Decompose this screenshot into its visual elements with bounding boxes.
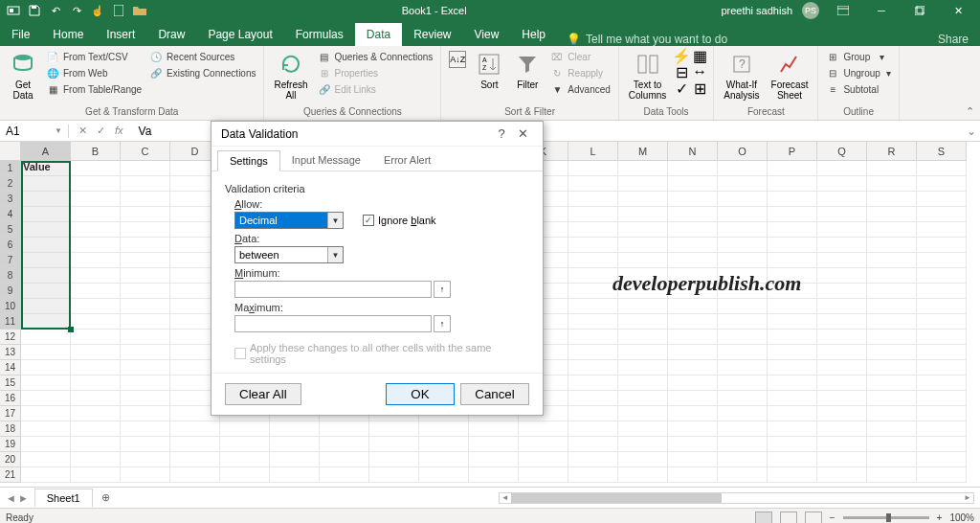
cell[interactable] bbox=[668, 421, 718, 437]
from-text-csv-button[interactable]: 📄From Text/CSV bbox=[44, 49, 144, 64]
cell[interactable] bbox=[867, 222, 917, 238]
cell[interactable] bbox=[121, 207, 170, 222]
cell[interactable] bbox=[568, 345, 618, 360]
cell[interactable] bbox=[618, 452, 668, 467]
cell[interactable] bbox=[817, 192, 867, 207]
cell[interactable] bbox=[867, 345, 917, 360]
cell[interactable] bbox=[121, 330, 170, 345]
cell[interactable] bbox=[817, 253, 867, 268]
cell[interactable] bbox=[768, 391, 817, 406]
cell[interactable] bbox=[618, 207, 668, 222]
relationships-icon[interactable]: ↔ bbox=[692, 65, 707, 79]
filter-button[interactable]: Filter bbox=[510, 49, 545, 97]
close-icon[interactable]: ✕ bbox=[944, 0, 972, 21]
column-header[interactable]: C bbox=[121, 142, 170, 161]
cell[interactable] bbox=[121, 437, 170, 452]
row-header[interactable]: 3 bbox=[0, 192, 21, 207]
cell[interactable] bbox=[121, 176, 170, 192]
cell[interactable] bbox=[668, 299, 718, 314]
cell[interactable] bbox=[768, 452, 817, 467]
column-header[interactable]: B bbox=[71, 142, 121, 161]
cell[interactable] bbox=[867, 375, 917, 391]
cell[interactable] bbox=[568, 391, 618, 406]
maximum-input[interactable] bbox=[234, 315, 432, 332]
cell[interactable] bbox=[71, 360, 121, 375]
cell[interactable] bbox=[917, 176, 967, 192]
cell[interactable] bbox=[867, 391, 917, 406]
cell[interactable] bbox=[718, 238, 768, 253]
column-header[interactable]: N bbox=[668, 142, 718, 161]
cell[interactable] bbox=[568, 467, 618, 483]
cell[interactable] bbox=[121, 192, 170, 207]
cell[interactable] bbox=[568, 253, 618, 268]
cell[interactable] bbox=[568, 222, 618, 238]
horizontal-scrollbar[interactable]: ◄ ► bbox=[499, 492, 974, 504]
cell[interactable] bbox=[917, 330, 967, 345]
cell[interactable] bbox=[668, 238, 718, 253]
cell[interactable] bbox=[867, 452, 917, 467]
cell[interactable] bbox=[668, 207, 718, 222]
cell[interactable] bbox=[817, 299, 867, 314]
scrollbar-thumb[interactable] bbox=[511, 493, 722, 503]
cell[interactable] bbox=[21, 467, 71, 483]
cell[interactable] bbox=[718, 192, 768, 207]
name-box[interactable]: A1 ▼ bbox=[0, 125, 69, 138]
cell[interactable] bbox=[618, 391, 668, 406]
cell[interactable] bbox=[568, 421, 618, 437]
cell[interactable] bbox=[768, 437, 817, 452]
column-header[interactable]: O bbox=[718, 142, 768, 161]
row-header[interactable]: 13 bbox=[0, 345, 21, 360]
cell[interactable] bbox=[817, 238, 867, 253]
cell[interactable] bbox=[867, 437, 917, 452]
cell[interactable] bbox=[21, 314, 71, 330]
group-button[interactable]: ⊞Group▾ bbox=[824, 49, 892, 64]
cell[interactable] bbox=[121, 467, 170, 483]
recent-sources-button[interactable]: 🕓Recent Sources bbox=[147, 49, 257, 64]
column-header[interactable]: Q bbox=[817, 142, 867, 161]
column-header[interactable]: S bbox=[917, 142, 967, 161]
cell[interactable] bbox=[121, 222, 170, 238]
minimum-input[interactable] bbox=[234, 281, 432, 298]
cell[interactable] bbox=[71, 467, 121, 483]
cell[interactable] bbox=[21, 375, 71, 391]
cell[interactable] bbox=[718, 406, 768, 421]
from-web-button[interactable]: 🌐From Web bbox=[44, 65, 144, 80]
tab-review[interactable]: Review bbox=[402, 23, 462, 46]
dialog-tab-settings[interactable]: Settings bbox=[217, 150, 280, 171]
cell[interactable] bbox=[71, 391, 121, 406]
data-model-icon[interactable]: ⊞ bbox=[692, 81, 707, 95]
cell[interactable] bbox=[867, 406, 917, 421]
cell[interactable] bbox=[718, 437, 768, 452]
dialog-tab-input-message[interactable]: Input Message bbox=[280, 150, 372, 171]
cell[interactable] bbox=[21, 268, 71, 284]
maximize-icon[interactable] bbox=[905, 0, 934, 21]
cell[interactable] bbox=[170, 452, 220, 467]
cell[interactable] bbox=[469, 467, 519, 483]
collapse-ribbon-icon[interactable]: ⌃ bbox=[966, 105, 974, 118]
touch-mode-icon[interactable]: ☝ bbox=[90, 3, 105, 18]
cell[interactable] bbox=[867, 238, 917, 253]
cancel-button[interactable]: Cancel bbox=[460, 383, 529, 405]
cell[interactable] bbox=[718, 421, 768, 437]
cell[interactable] bbox=[121, 406, 170, 421]
cell[interactable] bbox=[21, 299, 71, 314]
cell[interactable] bbox=[21, 437, 71, 452]
cell[interactable] bbox=[817, 421, 867, 437]
cell[interactable]: Value bbox=[21, 161, 71, 176]
redo-icon[interactable]: ↷ bbox=[69, 3, 84, 18]
cell[interactable] bbox=[718, 207, 768, 222]
cell[interactable] bbox=[21, 284, 71, 299]
cell[interactable] bbox=[817, 268, 867, 284]
cell[interactable] bbox=[568, 176, 618, 192]
cell[interactable] bbox=[419, 452, 469, 467]
row-header[interactable]: 19 bbox=[0, 437, 21, 452]
cell[interactable] bbox=[817, 345, 867, 360]
cell[interactable] bbox=[668, 467, 718, 483]
fill-handle[interactable] bbox=[68, 327, 74, 332]
cell[interactable] bbox=[768, 345, 817, 360]
cell[interactable] bbox=[867, 314, 917, 330]
cell[interactable] bbox=[71, 421, 121, 437]
ok-button[interactable]: OK bbox=[386, 383, 455, 405]
cell[interactable] bbox=[917, 345, 967, 360]
cell[interactable] bbox=[71, 452, 121, 467]
